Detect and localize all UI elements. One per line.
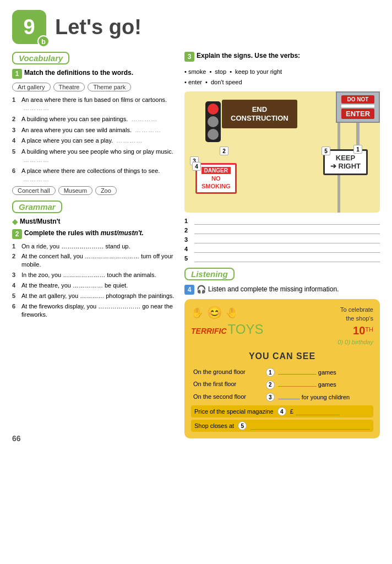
answer-line: 3: [184, 236, 380, 243]
sign-num-4: 4: [192, 162, 201, 171]
right-column: 3 Explain the signs. Use the verbs: • sm…: [184, 52, 380, 438]
table-row: On the first floor 2 games: [191, 378, 373, 391]
exercise4-header: 4 🎧 Listen and complete the missing info…: [184, 285, 380, 295]
chips-bottom: Concert hall Museum Zoo: [12, 186, 175, 195]
you-can-see: YOU CAN SEE: [191, 351, 373, 361]
list-item: 5 A building where you see people who si…: [12, 148, 175, 164]
tl-green-light: [208, 129, 219, 140]
terrific-text: TERRIFIC: [191, 327, 227, 335]
exercise2-header: 2 Complete the rules with must/mustn't.: [12, 229, 175, 239]
chapter-badge: 9 b: [12, 10, 46, 44]
chip-concert-hall: Concert hall: [12, 186, 56, 195]
answer-line: 2: [184, 226, 380, 234]
toys-branding: ✋ 😊 ✋ TERRIFIC TOYS: [191, 306, 263, 337]
grammar-section-header: Grammar: [12, 200, 62, 213]
toys-header: ✋ 😊 ✋ TERRIFIC TOYS To celebrate the: [191, 306, 373, 346]
exercise2-instruction: Complete the rules with must/mustn't.: [24, 229, 144, 238]
exercise3-badge: 3: [184, 52, 194, 62]
headphones-icon: 🎧: [197, 285, 206, 294]
diamond-icon: ◆: [12, 218, 18, 226]
birthday-answer: 0) 0) birthday: [337, 338, 373, 346]
exercise1-badge: 1: [12, 69, 22, 79]
price-row: Price of the special magazine 4 £: [191, 405, 373, 417]
end-construction-sign: ENDCONSTRUCTION: [222, 100, 297, 128]
vocabulary-section-header: Vocabulary: [12, 52, 69, 64]
chapter-number: 9: [23, 15, 35, 39]
terrific-toys-name: TERRIFIC TOYS: [191, 322, 263, 337]
must-title: ◆ Must/Mustn't: [12, 218, 175, 226]
list-item: 4 At the theatre, you …………… be quiet.: [12, 281, 175, 290]
list-item: 5 At the art gallery, you ………… photograp…: [12, 292, 175, 300]
hand-right-icon: ✋: [226, 307, 238, 319]
list-item: 3 An area where you can see wild animals…: [12, 126, 175, 134]
no-smoking-sign: DANGER NOSMOKING: [195, 163, 237, 193]
toys-text: TOYS: [228, 322, 264, 337]
page-title: Let's go!: [55, 15, 141, 39]
answer-line: 1: [184, 217, 380, 225]
sign-num-2: 2: [220, 147, 228, 155]
exercise4-badge: 4: [184, 285, 194, 295]
signs-answer-lines: 1 2 3 4 5: [184, 217, 380, 262]
listening-section-header: Listening: [184, 268, 235, 280]
exercise3-header: 3 Explain the signs. Use the verbs:: [184, 52, 380, 64]
chip-theatre: Theatre: [53, 83, 85, 91]
list-item: 3 In the zoo, you ………………… touch the anim…: [12, 271, 175, 279]
chip-zoo: Zoo: [95, 186, 117, 195]
chip-museum: Museum: [58, 186, 92, 195]
tl-yellow-light: [208, 116, 219, 127]
exercise2-badge: 2: [12, 229, 22, 239]
answer-line: 4: [184, 245, 380, 253]
hand-left-icon: ✋: [191, 307, 203, 319]
list-item: 4 A place where you can see a play. …………: [12, 137, 175, 145]
table-row: On the ground floor 1 games: [191, 366, 373, 378]
listening-section: Listening 4 🎧 Listen and complete the mi…: [184, 268, 380, 438]
birthday-info: To celebrate the shop's 10TH 0) 0) birth…: [337, 306, 373, 346]
list-item: 2 At the concert hall, you ……………………… tur…: [12, 252, 175, 269]
do-not-enter-sign: DO NOT ENTER 1: [336, 91, 380, 154]
exercise4-instruction: Listen and complete the missing informat…: [208, 285, 339, 293]
table-row: On the second floor 3 for young children: [191, 391, 373, 403]
floor-table: On the ground floor 1 games On the first…: [191, 366, 373, 403]
list-item: 6 At the fireworks display, you ………………… …: [12, 302, 175, 319]
answer-line: 5: [184, 254, 380, 262]
smiley-icon: 😊: [207, 306, 222, 320]
sign-num-5: 5: [322, 147, 330, 155]
toys-card: ✋ 😊 ✋ TERRIFIC TOYS To celebrate the: [184, 299, 380, 438]
list-item: 6 A place where there are collections of…: [12, 167, 175, 183]
page-header: 9 b Let's go!: [12, 10, 380, 44]
signs-instruction: Explain the signs. Use the verbs:: [197, 52, 300, 59]
chip-art-gallery: Art gallery: [12, 83, 51, 91]
chapter-sub-badge: b: [37, 35, 50, 47]
list-item: 1 An area where there is fun based on fi…: [12, 96, 175, 112]
exercise1-instruction: Match the definitions to the words.: [24, 69, 133, 78]
shop-closes-row: Shop closes at 5: [191, 420, 373, 432]
chip-theme-park: Theme park: [88, 83, 131, 91]
left-column: Vocabulary 1 Match the definitions to th…: [12, 52, 175, 438]
list-item: 2 A building where you can see paintings…: [12, 115, 175, 123]
tl-red-light: [208, 104, 219, 115]
chips-top: Art gallery Theatre Theme park: [12, 83, 175, 91]
list-item: 1 On a ride, you ………………… stand up.: [12, 242, 175, 251]
grammar-list: 1 On a ride, you ………………… stand up. 2 At …: [12, 242, 175, 319]
sign-num-1: 1: [353, 145, 362, 154]
exercise1-header: 1 Match the definitions to the words.: [12, 69, 175, 79]
page-number: 66: [12, 434, 21, 443]
signs-verbs: • smoke • stop • keep to your right • en…: [184, 67, 380, 87]
chapter-sub: b: [41, 37, 46, 46]
definitions-list: 1 An area where there is fun based on fi…: [12, 96, 175, 183]
toys-logo-row: ✋ 😊 ✋: [191, 306, 263, 320]
signs-image-area: DO NOT ENTER 1: [184, 91, 380, 213]
grammar-section: Grammar ◆ Must/Mustn't 2 Complete the ru…: [12, 200, 175, 319]
